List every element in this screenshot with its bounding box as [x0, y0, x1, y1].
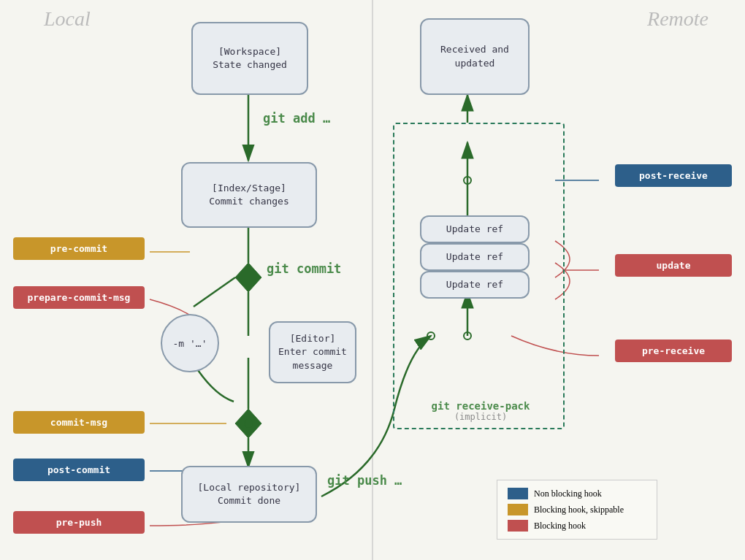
- svg-marker-3: [235, 263, 261, 292]
- hook-commit-msg: commit-msg: [13, 411, 145, 434]
- update-ref-2: Update ref: [420, 243, 530, 271]
- svg-point-17: [245, 420, 252, 427]
- workspace-node: [Workspace] State changed: [191, 22, 308, 95]
- legend: Non blocking hook Blocking hook, skippab…: [497, 480, 657, 540]
- legend-label-red: Blocking hook: [534, 521, 586, 532]
- receive-pack-label: git receive-pack (implicit): [408, 400, 554, 422]
- editor-box-node: [Editor] Enter commit message: [269, 321, 356, 383]
- update-ref-1: Update ref: [420, 215, 530, 243]
- hook-update: update: [615, 254, 732, 277]
- hook-prepare-commit-msg: prepare-commit-msg: [13, 286, 145, 309]
- local-label: Local: [44, 7, 91, 31]
- legend-swatch-gold: [508, 504, 528, 515]
- remote-label: Remote: [647, 7, 708, 31]
- hook-pre-push: pre-push: [13, 511, 145, 534]
- hook-post-receive: post-receive: [615, 164, 732, 187]
- git-add-label: git add …: [263, 111, 330, 126]
- hook-post-commit: post-commit: [13, 459, 145, 481]
- local-repo-node: [Local repository] Commit done: [181, 466, 317, 523]
- legend-item-gold: Blocking hook, skippable: [508, 504, 646, 515]
- index-node: [Index/Stage] Commit changes: [181, 162, 317, 228]
- legend-label-blue: Non blocking hook: [534, 488, 602, 499]
- legend-swatch-red: [508, 520, 528, 532]
- svg-marker-6: [235, 409, 261, 438]
- update-ref-3: Update ref: [420, 271, 530, 299]
- legend-label-gold: Blocking hook, skippable: [534, 505, 624, 515]
- hook-pre-receive: pre-receive: [615, 340, 732, 362]
- received-node: Received and updated: [420, 18, 530, 95]
- svg-line-4: [194, 277, 235, 307]
- legend-item-red: Blocking hook: [508, 520, 646, 532]
- legend-item-blue: Non blocking hook: [508, 488, 646, 499]
- editor-node: -m '…': [161, 314, 219, 372]
- git-commit-label: git commit: [267, 261, 341, 276]
- diagram-container: Local Remote: [0, 0, 745, 560]
- git-push-label: git push …: [327, 473, 402, 488]
- legend-swatch-blue: [508, 488, 528, 499]
- hook-pre-commit: pre-commit: [13, 237, 145, 260]
